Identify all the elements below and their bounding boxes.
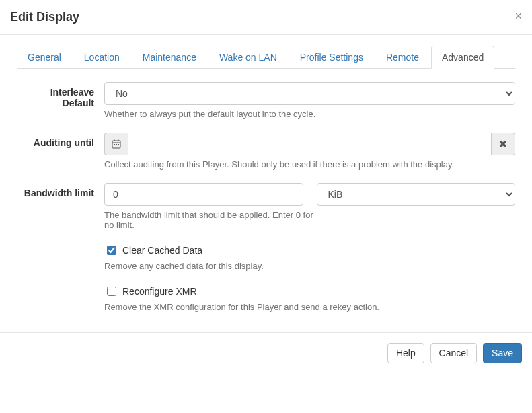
modal-body: General Location Maintenance Wake on LAN… bbox=[0, 35, 532, 332]
modal-footer: Help Cancel Save bbox=[0, 332, 532, 373]
clear-cache-checkbox[interactable] bbox=[107, 246, 116, 255]
clear-cache-label[interactable]: Clear Cached Data bbox=[122, 245, 202, 256]
field-bandwidth: Bandwidth limit KiB The bandwidth limit … bbox=[17, 183, 515, 230]
save-button[interactable]: Save bbox=[483, 343, 522, 363]
cancel-button[interactable]: Cancel bbox=[430, 343, 478, 363]
tab-bar: General Location Maintenance Wake on LAN… bbox=[17, 45, 515, 69]
bandwidth-help: The bandwidth limit that should be appli… bbox=[104, 210, 319, 230]
tab-wake-on-lan[interactable]: Wake on LAN bbox=[208, 46, 288, 69]
reconfigure-xmr-help: Remove the XMR configuration for this Pl… bbox=[104, 302, 515, 312]
clear-icon[interactable]: ✖ bbox=[492, 133, 515, 155]
tab-profile-settings[interactable]: Profile Settings bbox=[289, 46, 374, 69]
svg-rect-5 bbox=[116, 144, 117, 145]
reconfigure-xmr-label[interactable]: Reconfigure XMR bbox=[122, 286, 197, 297]
auditing-help: Collect auditing from this Player. Shoul… bbox=[104, 159, 515, 170]
modal-title: Edit Display bbox=[10, 10, 79, 24]
tab-maintenance[interactable]: Maintenance bbox=[132, 46, 207, 69]
bandwidth-unit-select[interactable]: KiB bbox=[317, 183, 516, 206]
interleave-select[interactable]: No bbox=[104, 82, 515, 105]
interleave-help: Whether to always put the default layout… bbox=[104, 109, 515, 119]
field-reconfigure-xmr: Reconfigure XMR Remove the XMR configura… bbox=[17, 285, 515, 312]
help-button[interactable]: Help bbox=[387, 343, 424, 363]
auditing-input[interactable] bbox=[128, 133, 491, 155]
field-clear-cache: Clear Cached Data Remove any cached data… bbox=[17, 243, 515, 271]
clear-cache-help: Remove any cached data for this display. bbox=[104, 261, 515, 271]
tab-general[interactable]: General bbox=[17, 46, 72, 69]
calendar-icon[interactable] bbox=[104, 133, 128, 155]
field-interleave: Interleave Default No Whether to always … bbox=[17, 82, 515, 119]
close-icon[interactable]: × bbox=[515, 10, 522, 22]
svg-rect-4 bbox=[114, 144, 115, 145]
bandwidth-input[interactable] bbox=[104, 183, 303, 206]
svg-rect-6 bbox=[118, 144, 119, 145]
bandwidth-label: Bandwidth limit bbox=[17, 183, 104, 230]
interleave-label: Interleave Default bbox=[17, 82, 104, 119]
tab-location[interactable]: Location bbox=[73, 46, 130, 69]
tab-remote[interactable]: Remote bbox=[375, 46, 430, 69]
auditing-label: Auditing until bbox=[17, 133, 104, 170]
reconfigure-xmr-checkbox[interactable] bbox=[107, 287, 116, 296]
field-auditing: Auditing until ✖ Collect auditing from t… bbox=[17, 133, 515, 170]
modal-header: Edit Display × bbox=[0, 0, 532, 35]
tab-advanced[interactable]: Advanced bbox=[431, 46, 494, 69]
